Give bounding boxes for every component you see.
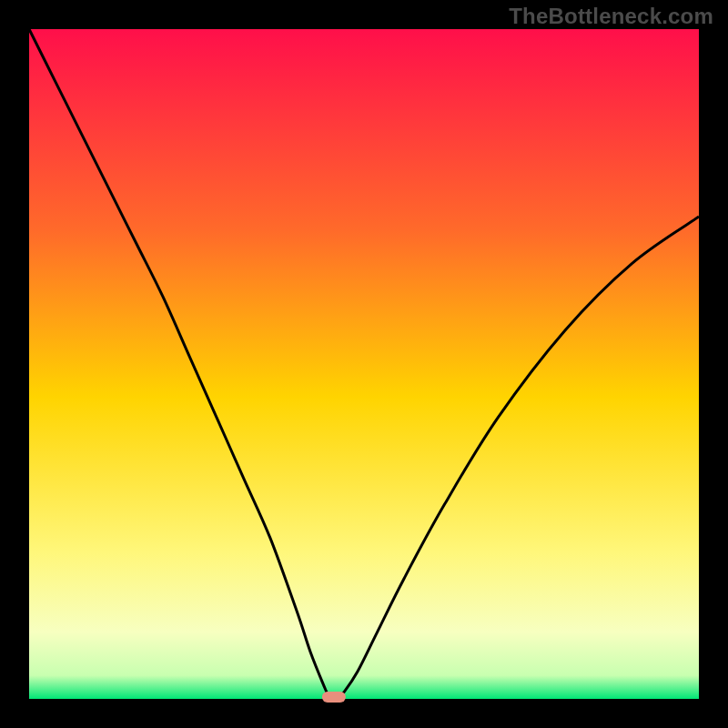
plot-background bbox=[29, 29, 699, 699]
optimum-marker bbox=[322, 692, 346, 703]
bottleneck-chart bbox=[0, 0, 728, 728]
watermark-text: TheBottleneck.com bbox=[509, 4, 713, 29]
chart-container: { "watermark": "TheBottleneck.com", "col… bbox=[0, 0, 728, 728]
